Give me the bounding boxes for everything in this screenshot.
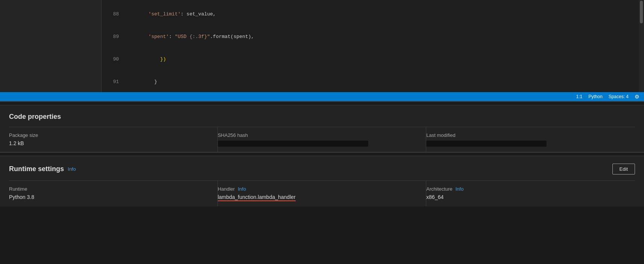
runtime-grid: Runtime Python 3.8 Handler Info lambda_f… [9, 181, 635, 206]
architecture-info-badge[interactable]: Info [456, 186, 464, 192]
last-modified-redacted [426, 141, 547, 147]
code-properties-section: Code properties Package size 1.2 kB SHA2… [0, 105, 644, 152]
spaces-indicator: Spaces: 4 [609, 94, 629, 99]
last-modified-value [426, 140, 635, 147]
handler-label: Handler Info [218, 186, 426, 192]
architecture-value: x86_64 [426, 194, 635, 200]
runtime-settings-title: Runtime settings [9, 165, 64, 173]
package-size-value: 1.2 kB [9, 140, 217, 146]
sha256-label: SHA256 hash [218, 132, 426, 138]
code-content[interactable]: 88 'set_limit': set_value, 89 'spent': "… [102, 0, 644, 101]
editor-scrollbar[interactable] [639, 0, 644, 92]
handler-function-name: lambda_function.lambda_handler [218, 194, 296, 201]
sha256-cell: SHA256 hash [218, 127, 427, 152]
handler-info-badge[interactable]: Info [238, 186, 246, 192]
code-line-89: 89 'spent': "USD {:.3f}".format(spent), [102, 26, 644, 48]
code-line-91: 91 } [102, 71, 644, 93]
runtime-settings-header: Runtime settings Info Edit [9, 164, 635, 174]
properties-grid: Package size 1.2 kB SHA256 hash Last mod… [9, 127, 635, 152]
code-editor: 88 'set_limit': set_value, 89 'spent': "… [0, 0, 644, 102]
last-modified-cell: Last modified [426, 127, 635, 152]
file-tree-panel[interactable] [0, 0, 102, 101]
settings-gear-icon[interactable]: ⚙ [635, 94, 639, 100]
edit-button[interactable]: Edit [612, 164, 635, 174]
cursor-position: 1:1 [576, 94, 583, 99]
language-indicator: Python [588, 94, 602, 99]
section-separator-1 [0, 102, 644, 105]
last-modified-label: Last modified [426, 132, 635, 138]
editor-statusbar: 1:1 Python Spaces: 4 ⚙ [0, 92, 644, 101]
code-properties-title: Code properties [9, 113, 635, 121]
runtime-title-group: Runtime settings Info [9, 165, 76, 173]
runtime-cell: Runtime Python 3.8 [9, 181, 218, 206]
handler-cell: Handler Info lambda_function.lambda_hand… [218, 181, 427, 206]
handler-value: lambda_function.lambda_handler [218, 194, 426, 201]
sha256-redacted [218, 141, 368, 147]
runtime-label: Runtime [9, 186, 217, 192]
package-size-label: Package size [9, 132, 217, 138]
architecture-cell: Architecture Info x86_64 [426, 181, 635, 206]
package-size-cell: Package size 1.2 kB [9, 127, 218, 152]
scrollbar-thumb[interactable] [640, 1, 643, 23]
sha256-value [218, 140, 426, 147]
code-line-88: 88 'set_limit': set_value, [102, 3, 644, 26]
runtime-info-badge[interactable]: Info [68, 166, 76, 172]
runtime-settings-section: Runtime settings Info Edit Runtime Pytho… [0, 156, 644, 206]
runtime-value: Python 3.8 [9, 194, 217, 200]
code-line-90: 90 }) [102, 48, 644, 71]
section-separator-2 [0, 152, 644, 156]
architecture-label: Architecture Info [426, 186, 635, 192]
